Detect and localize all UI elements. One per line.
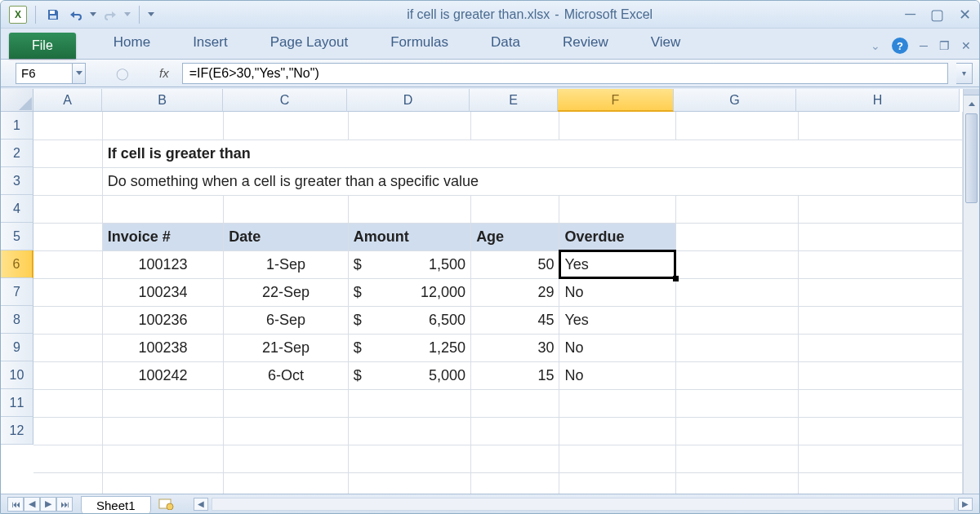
hscroll-left[interactable]: ◀ xyxy=(194,498,208,511)
cell-overdue[interactable]: Yes xyxy=(559,306,675,334)
cell-age[interactable]: 45 xyxy=(471,306,559,334)
undo-button[interactable] xyxy=(67,6,85,24)
row-header-1[interactable]: 1 xyxy=(1,112,33,140)
col-header-f[interactable]: F xyxy=(558,89,674,112)
tab-review[interactable]: Review xyxy=(541,27,630,59)
workbook-restore-button[interactable]: ❐ xyxy=(939,39,950,52)
save-button[interactable] xyxy=(44,6,62,24)
cell-date[interactable]: 6-Oct xyxy=(224,361,348,389)
col-header-h[interactable]: H xyxy=(796,89,960,112)
page-title[interactable]: If cell is greater than xyxy=(102,140,962,167)
row-header-4[interactable]: 4 xyxy=(1,195,33,223)
cell-amount[interactable]: $1,250 xyxy=(348,334,470,361)
cell-age[interactable]: 15 xyxy=(471,361,559,389)
row-header-12[interactable]: 12 xyxy=(1,417,33,445)
sheet-tab-active[interactable]: Sheet1 xyxy=(81,496,151,514)
sheet-nav: ⏮ ◀ ▶ ⏭ xyxy=(7,497,73,512)
cell-age[interactable]: 50 xyxy=(471,250,559,278)
cell-date[interactable]: 1-Sep xyxy=(224,250,348,278)
fx-icon[interactable]: fx xyxy=(159,66,169,80)
cancel-enter-area: ◯ xyxy=(94,67,151,80)
row-header-7[interactable]: 7 xyxy=(1,278,33,306)
row-header-3[interactable]: 3 xyxy=(1,167,33,195)
formula-input[interactable]: =IF(E6>30,"Yes","No") xyxy=(182,63,948,84)
row-header-2[interactable]: 2 xyxy=(1,140,33,167)
hscroll-track[interactable] xyxy=(212,498,955,511)
formula-bar-expand[interactable]: ▾ xyxy=(956,63,973,84)
name-box-dropdown[interactable] xyxy=(73,63,86,84)
cell-grid[interactable]: If cell is greater than Do something whe… xyxy=(33,112,963,494)
th-age[interactable]: Age xyxy=(471,223,559,250)
file-tab[interactable]: File xyxy=(9,33,76,59)
cell-invoice[interactable]: 100123 xyxy=(102,250,223,278)
scroll-up-button[interactable] xyxy=(964,95,979,112)
vertical-scrollbar[interactable] xyxy=(963,89,979,494)
row-header-10[interactable]: 10 xyxy=(1,361,33,389)
horizontal-scrollbar[interactable]: ◀ ▶ xyxy=(194,498,973,511)
undo-icon xyxy=(69,9,82,20)
tab-insert[interactable]: Insert xyxy=(172,27,249,59)
cell-overdue[interactable]: No xyxy=(559,278,675,306)
cell-date[interactable]: 21-Sep xyxy=(224,334,348,361)
tab-data[interactable]: Data xyxy=(470,27,541,59)
tab-formulas[interactable]: Formulas xyxy=(369,27,470,59)
cell-invoice[interactable]: 100236 xyxy=(102,306,223,334)
cell-age[interactable]: 29 xyxy=(471,278,559,306)
app-name: Microsoft Excel xyxy=(564,7,653,22)
cell-age[interactable]: 30 xyxy=(471,334,559,361)
cell-overdue[interactable]: No xyxy=(559,361,675,389)
split-handle[interactable] xyxy=(964,89,979,95)
row-header-6[interactable]: 6 xyxy=(1,250,33,278)
cell-overdue[interactable]: No xyxy=(559,334,675,361)
new-sheet-button[interactable] xyxy=(156,497,177,512)
workbook-close-button[interactable]: ✕ xyxy=(961,39,971,52)
cell-invoice[interactable]: 100234 xyxy=(102,278,223,306)
redo-dropdown-icon[interactable] xyxy=(124,12,131,16)
help-button[interactable]: ? xyxy=(892,38,908,54)
ribbon-minimize-icon[interactable]: ⌄ xyxy=(871,39,880,52)
th-date[interactable]: Date xyxy=(224,223,348,250)
tab-view[interactable]: View xyxy=(630,27,702,59)
cell-date[interactable]: 6-Sep xyxy=(224,306,348,334)
tab-page-layout[interactable]: Page Layout xyxy=(249,27,369,59)
sheet-nav-first[interactable]: ⏮ xyxy=(7,497,24,512)
cell-amount[interactable]: $6,500 xyxy=(348,306,470,334)
col-header-b[interactable]: B xyxy=(102,89,223,112)
col-header-g[interactable]: G xyxy=(674,89,796,112)
close-button[interactable]: ✕ xyxy=(959,6,971,24)
row-header-8[interactable]: 8 xyxy=(1,306,33,334)
cell-invoice[interactable]: 100242 xyxy=(102,361,223,389)
sheet-nav-prev[interactable]: ◀ xyxy=(24,497,40,512)
col-header-e[interactable]: E xyxy=(470,89,558,112)
qat-customize-icon[interactable] xyxy=(148,12,154,16)
th-amount[interactable]: Amount xyxy=(348,223,470,250)
new-sheet-icon xyxy=(158,498,175,510)
row-header-11[interactable]: 11 xyxy=(1,389,33,417)
name-box[interactable]: F6 xyxy=(16,63,73,84)
row-header-5[interactable]: 5 xyxy=(1,223,33,250)
minimize-button[interactable]: ─ xyxy=(905,6,915,24)
col-header-c[interactable]: C xyxy=(223,89,347,112)
cell-invoice[interactable]: 100238 xyxy=(102,334,223,361)
col-header-a[interactable]: A xyxy=(33,89,102,112)
cell-date[interactable]: 22-Sep xyxy=(224,278,348,306)
hscroll-right[interactable]: ▶ xyxy=(958,498,973,511)
maximize-button[interactable]: ▢ xyxy=(930,6,944,24)
selected-cell[interactable]: Yes xyxy=(559,250,675,278)
sheet-nav-next[interactable]: ▶ xyxy=(40,497,56,512)
col-header-d[interactable]: D xyxy=(347,89,470,112)
redo-button[interactable] xyxy=(101,6,119,24)
th-invoice[interactable]: Invoice # xyxy=(102,223,223,250)
cell-amount[interactable]: $5,000 xyxy=(348,361,470,389)
row-header-9[interactable]: 9 xyxy=(1,334,33,361)
workbook-minimize-button[interactable]: ─ xyxy=(920,39,928,52)
select-all-corner[interactable] xyxy=(1,89,33,112)
undo-dropdown-icon[interactable] xyxy=(90,12,96,16)
tab-home[interactable]: Home xyxy=(92,27,172,59)
cell-amount[interactable]: $1,500 xyxy=(348,250,470,278)
th-overdue[interactable]: Overdue xyxy=(559,223,675,250)
sheet-nav-last[interactable]: ⏭ xyxy=(56,497,73,512)
cell-amount[interactable]: $12,000 xyxy=(348,278,470,306)
scroll-thumb[interactable] xyxy=(965,113,978,203)
page-subtitle[interactable]: Do something when a cell is greater than… xyxy=(102,167,962,195)
